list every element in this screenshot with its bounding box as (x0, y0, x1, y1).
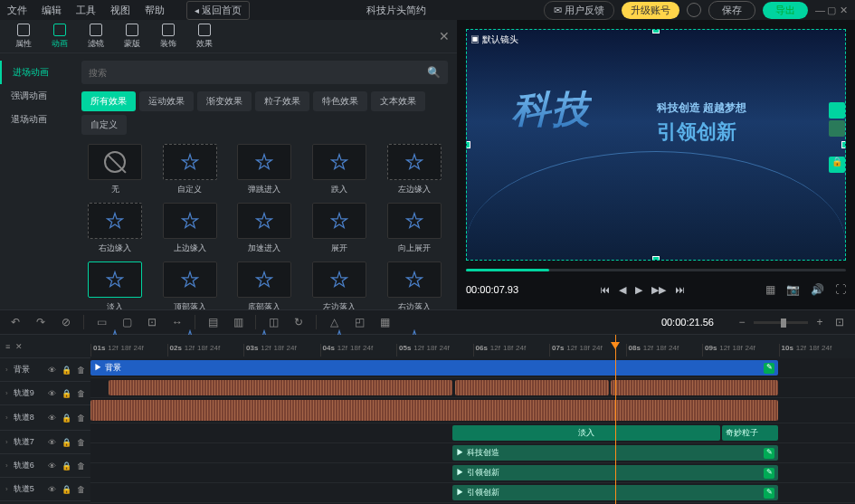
track-icon-0[interactable]: 👁 (48, 461, 56, 471)
track-header-轨道9[interactable]: ›轨道9👁🔒🗑 (0, 382, 90, 405)
track-icon-0[interactable]: 👁 (48, 438, 56, 447)
clip-1-0[interactable] (109, 380, 452, 395)
track-icon-1[interactable]: 🔒 (62, 438, 71, 447)
filter-6[interactable]: 自定义 (81, 115, 127, 135)
track-icon-1[interactable]: 🔒 (62, 485, 71, 494)
effect-右边缘入[interactable]: 右边缘入 (81, 203, 149, 254)
sidenav-item-2[interactable]: 退场动画 (0, 108, 72, 131)
toolbar-btn-6[interactable]: ⊡ (144, 314, 160, 330)
effect-淡入[interactable]: 淡入 (81, 262, 149, 313)
track-icon-2[interactable]: 🗑 (77, 461, 85, 471)
screenshot-icon[interactable]: ▦ (765, 283, 775, 296)
search-bar[interactable]: 🔍 (81, 61, 448, 84)
clip-1-1[interactable] (455, 380, 609, 395)
effect-向上展开[interactable]: 向上展开 (380, 203, 448, 254)
track-row-轨道6[interactable]: ▶ 科技创造✎ (90, 443, 855, 463)
zoom-out-button[interactable]: − (734, 314, 750, 330)
effect-右边落入[interactable]: 右边落入 (380, 262, 448, 313)
filter-1[interactable]: 运动效果 (139, 91, 194, 111)
play-button[interactable]: ▶ (635, 284, 642, 296)
track-icon-2[interactable]: 🗑 (77, 485, 85, 494)
clip-edit-icon[interactable]: ✎ (764, 363, 774, 374)
next-frame-button[interactable]: ▶▶ (651, 284, 666, 296)
track-header-轨道8[interactable]: ›轨道8👁🔒🗑 (0, 405, 90, 431)
preview-viewport[interactable]: ▣ 默认镜头 科技 科技创造 超越梦想 引领创新 🔒 (466, 29, 846, 261)
side-badge-1[interactable] (829, 102, 845, 119)
handle-left[interactable] (466, 141, 470, 148)
export-button[interactable]: 导出 (763, 2, 808, 19)
progress-bar[interactable] (466, 269, 846, 271)
filter-0[interactable]: 所有效果 (81, 91, 136, 111)
clip-1-2[interactable] (611, 380, 778, 395)
track-header-轨道5[interactable]: ›轨道5👁🔒🗑 (0, 478, 90, 501)
track-icon-2[interactable]: 🗑 (77, 366, 85, 375)
clip-0-0[interactable]: ▶ 背景✎ (90, 360, 778, 376)
skip-start-button[interactable]: ⏮ (600, 284, 610, 296)
zoom-fit-button[interactable]: ⊡ (831, 314, 848, 330)
tracks-clear-icon[interactable]: ✕ (15, 342, 23, 351)
toolbar-btn-0[interactable]: ↶ (7, 314, 24, 330)
zoom-slider[interactable] (754, 321, 808, 324)
track-icon-0[interactable]: 👁 (48, 389, 56, 398)
track-icon-2[interactable]: 🗑 (77, 414, 85, 423)
toolbar-btn-16[interactable]: ◰ (351, 314, 367, 330)
fullscreen-icon[interactable]: ⛶ (835, 283, 846, 296)
volume-icon[interactable]: 🔊 (811, 283, 824, 296)
tracks-menu-icon[interactable]: ≡ (5, 342, 10, 351)
clip-3-1[interactable]: 奇妙粒子 (722, 425, 778, 441)
back-home-button[interactable]: ◂ 返回首页 (186, 1, 250, 20)
sidenav-item-0[interactable]: 进场动画 (0, 61, 72, 84)
effect-底部落入[interactable]: 底部落入 (231, 262, 299, 313)
panel-tab-0[interactable]: 属性 (7, 20, 40, 52)
track-icon-0[interactable]: 👁 (48, 366, 56, 375)
effect-加速进入[interactable]: 加速进入 (231, 203, 299, 254)
track-row-背景[interactable]: ▶ 背景✎ (90, 358, 855, 378)
panel-close-icon[interactable]: ✕ (439, 29, 450, 43)
playhead[interactable] (615, 335, 616, 504)
track-header-背景[interactable]: ›背景👁🔒🗑 (0, 358, 90, 382)
filter-3[interactable]: 粒子效果 (255, 91, 309, 111)
search-input[interactable] (89, 68, 427, 78)
search-icon[interactable]: 🔍 (427, 66, 441, 79)
track-icon-1[interactable]: 🔒 (62, 414, 71, 423)
filter-4[interactable]: 特色效果 (313, 91, 367, 111)
upgrade-button[interactable]: 升级账号 (622, 2, 679, 19)
menu-file[interactable]: 文件 (7, 4, 27, 17)
track-icon-0[interactable]: 👁 (48, 485, 56, 494)
effect-上边缘入[interactable]: 上边缘入 (157, 203, 224, 254)
toolbar-btn-1[interactable]: ↷ (33, 314, 49, 330)
menu-view[interactable]: 视图 (110, 4, 130, 17)
user-icon[interactable] (687, 3, 701, 17)
clip-3-0[interactable]: 淡入 (452, 425, 720, 441)
minimize-button[interactable]: — (815, 5, 824, 15)
track-row-轨道9[interactable] (90, 378, 855, 398)
panel-tab-4[interactable]: 装饰 (152, 20, 185, 52)
clip-2-0[interactable] (90, 400, 778, 421)
track-icon-1[interactable]: 🔒 (62, 366, 71, 375)
clip-edit-icon[interactable]: ✎ (764, 448, 774, 459)
panel-tab-1[interactable]: 动画 (43, 20, 76, 52)
maximize-button[interactable]: ▢ (827, 5, 836, 16)
track-row-轨道4[interactable]: ▶ 引领创新✎ (90, 483, 855, 503)
toolbar-btn-15[interactable]: △ (326, 314, 342, 330)
feedback-button[interactable]: ✉ 用户反馈 (544, 1, 614, 20)
timeline-ruler[interactable]: 01s12f18f24f02s12f18f24f03s12f18f24f04s1… (90, 335, 855, 358)
panel-tab-2[interactable]: 滤镜 (80, 20, 112, 52)
progress-row[interactable] (466, 266, 846, 273)
menu-edit[interactable]: 编辑 (42, 4, 62, 17)
skip-end-button[interactable]: ⏭ (675, 284, 685, 296)
panel-tab-3[interactable]: 蒙版 (116, 20, 148, 52)
filter-5[interactable]: 文本效果 (371, 91, 425, 111)
track-header-轨道7[interactable]: ›轨道7👁🔒🗑 (0, 431, 90, 454)
track-icon-2[interactable]: 🗑 (77, 389, 85, 398)
effect-自定义[interactable]: 自定义 (157, 144, 224, 195)
track-row-轨道5[interactable]: ▶ 引领创新✎ (90, 463, 855, 483)
track-icon-0[interactable]: 👁 (48, 414, 56, 423)
effect-无[interactable]: 无 (81, 144, 149, 195)
track-header-轨道6[interactable]: ›轨道6👁🔒🗑 (0, 454, 90, 478)
sidenav-item-1[interactable]: 强调动画 (0, 84, 72, 108)
menu-tools[interactable]: 工具 (76, 4, 96, 17)
handle-right[interactable] (841, 141, 846, 148)
toolbar-btn-10[interactable]: ▥ (230, 314, 246, 330)
close-button[interactable]: ✕ (839, 5, 848, 16)
